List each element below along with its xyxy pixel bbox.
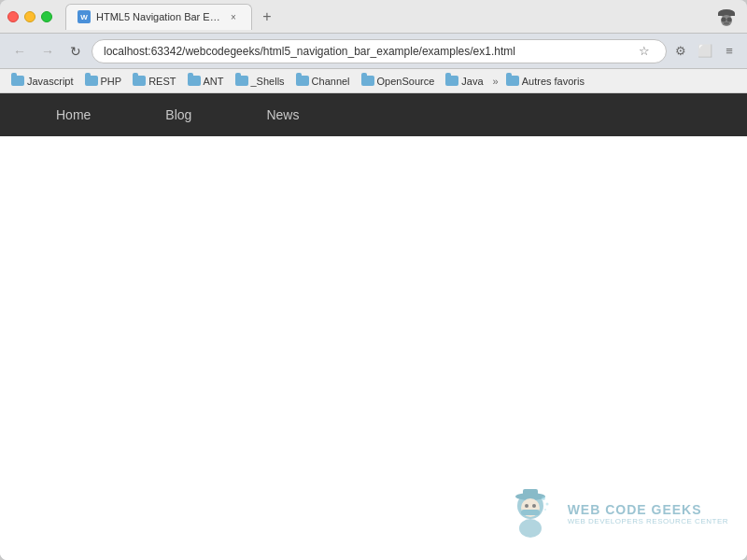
incognito-icon [713,6,740,28]
bookmark-autres[interactable]: Autres favoris [502,74,588,89]
browser-window: W HTML5 Navigation Bar Ex... × + [0,0,747,560]
traffic-lights [7,11,52,22]
new-tab-button[interactable]: + [254,6,280,28]
svg-point-6 [724,21,729,24]
page-navbar: Home Blog News [0,93,747,136]
bookmark-label: Autres favoris [522,76,585,87]
refresh-button[interactable]: ↻ [63,39,88,63]
svg-rect-9 [523,489,538,498]
svg-point-11 [525,504,529,508]
content-area: Home Blog News [0,93,747,560]
page-content: WEB CODE GEEKS WEB DEVELOPERS RESOURCE C… [0,136,747,560]
wcg-title: WEB CODE GEEKS [568,502,728,517]
close-button[interactable] [7,11,19,22]
title-bar: W HTML5 Navigation Bar Ex... × + [0,0,747,34]
svg-point-16 [545,503,548,506]
forward-button[interactable]: → [35,39,60,63]
bookmark-label: REST [148,76,176,87]
wcg-subtitle: WEB DEVELOPERS RESOURCE CENTER [568,517,728,525]
settings-icon[interactable]: ⚙ [670,41,691,62]
svg-rect-13 [521,510,540,515]
bookmark-ant[interactable]: ANT [184,74,228,89]
browser-tab[interactable]: W HTML5 Navigation Bar Ex... × [65,4,252,30]
folder-icon [133,76,146,86]
bookmark-label: Javascript [27,76,74,87]
bookmarks-more[interactable]: » [493,76,499,87]
menu-icon[interactable]: ≡ [719,41,740,62]
tab-favicon: W [78,10,91,23]
tab-close-button[interactable]: × [227,10,240,23]
folder-icon [361,76,374,86]
svg-point-17 [544,509,546,511]
bookmark-opensource[interactable]: OpenSource [358,74,439,89]
tab-title: HTML5 Navigation Bar Ex... [96,11,221,22]
minimize-button[interactable] [24,11,35,22]
bookmark-label: OpenSource [377,76,435,87]
nav-blog[interactable]: Blog [128,93,229,136]
address-right-icons: ☆ [634,41,655,62]
wcg-text: WEB CODE GEEKS WEB DEVELOPERS RESOURCE C… [568,502,728,525]
bookmark-java[interactable]: Java [442,74,486,89]
watermark: WEB CODE GEEKS WEB DEVELOPERS RESOURCE C… [502,485,728,541]
folder-icon [445,76,458,86]
url-text: localhost:63342/webcodegeeks/html5_navig… [104,45,515,58]
folder-icon [188,76,201,86]
bookmark-php[interactable]: PHP [81,74,126,89]
nav-home[interactable]: Home [19,93,128,136]
folder-icon [11,76,24,86]
svg-point-3 [722,17,726,21]
bookmark-javascript[interactable]: Javascript [7,74,78,89]
address-bar-row: ← → ↻ localhost:63342/webcodegeeks/html5… [0,34,747,69]
maximize-button[interactable] [41,11,52,22]
bookmark-label: Java [461,76,483,87]
folder-icon [506,76,519,86]
bookmark-rest[interactable]: REST [129,74,179,89]
svg-point-14 [519,519,542,538]
wcg-logo-svg [502,485,558,541]
folder-icon [85,76,98,86]
svg-point-15 [542,497,545,500]
bookmark-label: _Shells [251,76,285,87]
bookmark-label: PHP [101,76,122,87]
bookmark-label: ANT [204,76,224,87]
window-icon[interactable]: ⬜ [695,41,715,62]
svg-point-12 [532,504,536,508]
nav-news[interactable]: News [229,93,336,136]
bookmarks-bar: Javascript PHP REST ANT _Shells Channel … [0,69,747,93]
bookmark-label: Channel [312,76,350,87]
bookmark-shells[interactable]: _Shells [232,74,289,89]
tab-bar: W HTML5 Navigation Bar Ex... × + [65,4,708,30]
back-button[interactable]: ← [7,39,32,63]
svg-point-4 [727,17,732,21]
address-bar[interactable]: localhost:63342/webcodegeeks/html5_navig… [92,39,667,63]
folder-icon [296,76,309,86]
folder-icon [235,76,248,86]
bookmark-channel[interactable]: Channel [292,74,354,89]
star-icon[interactable]: ☆ [634,41,655,62]
